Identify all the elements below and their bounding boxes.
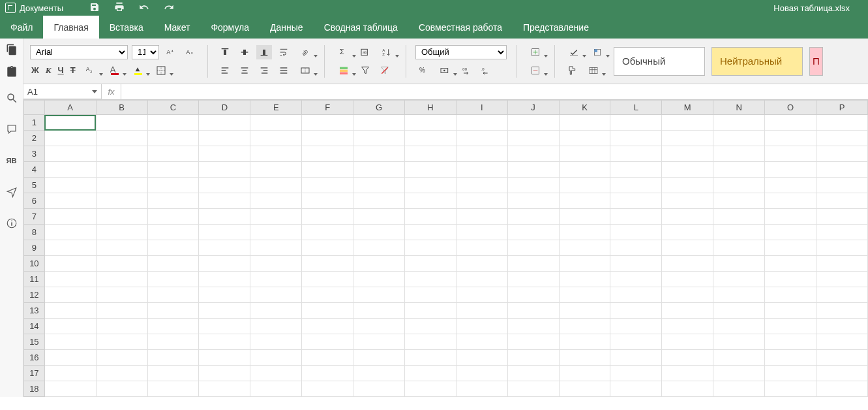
cell[interactable]: [44, 303, 96, 319]
cell[interactable]: [559, 319, 610, 334]
cell[interactable]: [507, 131, 559, 146]
cell[interactable]: [147, 193, 199, 209]
cell[interactable]: [96, 319, 147, 334]
cell[interactable]: [816, 146, 867, 162]
cell[interactable]: [250, 334, 302, 350]
cell[interactable]: [559, 303, 610, 319]
cell[interactable]: [199, 209, 250, 225]
cell[interactable]: [96, 146, 147, 162]
cell[interactable]: [507, 334, 559, 350]
cell[interactable]: [199, 319, 250, 334]
cell[interactable]: [456, 303, 507, 319]
cell[interactable]: [44, 193, 96, 209]
cell[interactable]: [302, 162, 353, 178]
cell[interactable]: [816, 193, 867, 209]
cell[interactable]: [559, 366, 610, 381]
cell[interactable]: [662, 256, 713, 272]
cell[interactable]: [610, 334, 662, 350]
cell[interactable]: [199, 146, 250, 162]
cell[interactable]: [816, 334, 867, 350]
cell[interactable]: [765, 193, 816, 209]
cell[interactable]: [96, 334, 147, 350]
cell[interactable]: [507, 240, 559, 256]
cell[interactable]: [250, 381, 302, 397]
cell[interactable]: [816, 272, 867, 287]
row-header[interactable]: 6: [24, 193, 45, 209]
cell[interactable]: [199, 193, 250, 209]
cell[interactable]: [610, 225, 662, 240]
cell[interactable]: [765, 115, 816, 131]
cell[interactable]: [662, 334, 713, 350]
cell[interactable]: [816, 115, 867, 131]
cell[interactable]: [302, 256, 353, 272]
row-header[interactable]: 14: [24, 319, 45, 334]
underline-button[interactable]: Ч: [57, 65, 65, 75]
column-header[interactable]: A: [44, 101, 96, 115]
cell[interactable]: [610, 240, 662, 256]
cell[interactable]: [404, 146, 456, 162]
cell[interactable]: [507, 319, 559, 334]
cell[interactable]: [662, 366, 713, 381]
cell[interactable]: [456, 240, 507, 256]
column-header[interactable]: D: [199, 101, 250, 115]
align-left-icon[interactable]: [217, 63, 233, 78]
cell[interactable]: [250, 146, 302, 162]
cell[interactable]: [765, 209, 816, 225]
cell[interactable]: [610, 350, 662, 366]
feedback-icon[interactable]: [4, 185, 20, 199]
align-center-icon[interactable]: [237, 63, 252, 78]
fx-icon[interactable]: fx: [102, 84, 121, 99]
row-header[interactable]: 9: [24, 240, 45, 256]
cell[interactable]: [816, 131, 867, 146]
cell[interactable]: [44, 287, 96, 303]
cell[interactable]: [250, 256, 302, 272]
cell[interactable]: [713, 350, 765, 366]
tab-home[interactable]: Главная: [43, 16, 98, 39]
align-justify-icon[interactable]: [276, 63, 292, 78]
tab-insert[interactable]: Вставка: [99, 16, 154, 39]
cell[interactable]: [456, 334, 507, 350]
percent-icon[interactable]: %: [415, 63, 431, 78]
select-all-corner[interactable]: [24, 101, 45, 115]
undo-icon[interactable]: [139, 2, 149, 14]
cell[interactable]: [147, 272, 199, 287]
column-header[interactable]: E: [250, 101, 302, 115]
cell[interactable]: [456, 225, 507, 240]
tab-file[interactable]: Файл: [0, 16, 43, 39]
cell-style-normal[interactable]: Обычный: [614, 47, 705, 76]
cell[interactable]: [302, 178, 353, 193]
cell[interactable]: [96, 131, 147, 146]
currency-icon[interactable]: [435, 63, 455, 78]
bold-button[interactable]: Ж: [30, 65, 40, 75]
cell[interactable]: [610, 272, 662, 287]
column-header[interactable]: B: [96, 101, 147, 115]
cell[interactable]: [816, 178, 867, 193]
cell[interactable]: [250, 287, 302, 303]
cell[interactable]: [44, 225, 96, 240]
copy-icon[interactable]: [4, 42, 20, 57]
cell[interactable]: [199, 366, 250, 381]
cell[interactable]: [404, 350, 456, 366]
cell[interactable]: [302, 287, 353, 303]
column-header[interactable]: F: [302, 101, 353, 115]
cell-style-neutral[interactable]: Нейтральный: [711, 47, 803, 76]
cell[interactable]: [302, 350, 353, 366]
cell[interactable]: [44, 162, 96, 178]
cell[interactable]: [662, 115, 713, 131]
cell[interactable]: [507, 256, 559, 272]
cell[interactable]: [353, 256, 405, 272]
cell[interactable]: [96, 381, 147, 397]
cell[interactable]: [404, 131, 456, 146]
cell[interactable]: [456, 272, 507, 287]
cell[interactable]: [302, 146, 353, 162]
cell[interactable]: [507, 178, 559, 193]
cell[interactable]: [713, 162, 765, 178]
cell[interactable]: [559, 146, 610, 162]
row-header[interactable]: 13: [24, 303, 45, 319]
clear-icon[interactable]: [564, 45, 584, 59]
sort-icon[interactable]: AZ: [377, 45, 397, 59]
tab-collab[interactable]: Совместная работа: [408, 16, 513, 39]
cell[interactable]: [250, 240, 302, 256]
cell[interactable]: [456, 350, 507, 366]
column-header[interactable]: H: [404, 101, 456, 115]
